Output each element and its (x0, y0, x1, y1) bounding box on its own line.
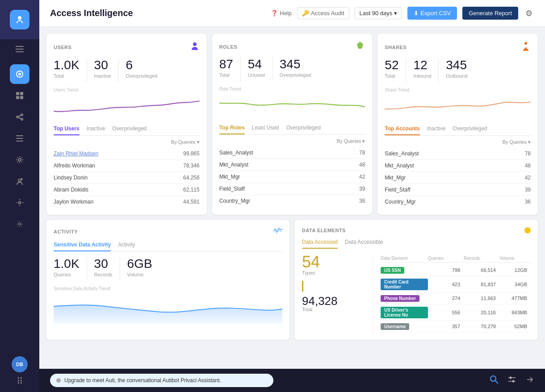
de-queries-1: 423 (428, 282, 464, 287)
activity-icon (273, 227, 282, 236)
generate-report-button[interactable]: Generate Report (462, 7, 518, 20)
svg-rect-2 (16, 49, 24, 50)
tab-overpriv-users[interactable]: Overprivileged (112, 125, 147, 135)
user-avatar[interactable]: DB (12, 356, 28, 372)
list-item: Zain Rhiel Madsen 99,865 (54, 148, 200, 160)
de-total-value: 94,328 (302, 295, 366, 307)
user-val-4: 44,591 (183, 199, 200, 205)
de-tabs: Data Accessed Data Accessible (302, 239, 531, 249)
header: Access Intelligence ❓ Help 🔑 Access Audi… (39, 0, 545, 27)
menu-icon[interactable] (0, 39, 39, 59)
svg-point-31 (510, 377, 511, 379)
svg-point-27 (490, 376, 496, 381)
tab-inactive-shares[interactable]: Inactive (427, 125, 445, 135)
activity-stats: 1.0K Queries 30 Records 6GB Volume (54, 257, 282, 281)
users-inactive-value: 30 (94, 58, 111, 72)
nav-item-settings[interactable] (10, 150, 29, 170)
role-val-3: 39 (359, 186, 365, 192)
roles-total-value: 87 (219, 58, 233, 71)
audit-button[interactable]: 🔑 Access Audit (297, 7, 349, 19)
role-name-4: Country_Mgr (219, 198, 250, 204)
users-by-queries[interactable]: By Queries ▾ (171, 139, 199, 145)
tab-top-users[interactable]: Top Users (54, 125, 80, 135)
tab-overpriv-shares[interactable]: Overprivileged (453, 125, 487, 135)
header-actions: ❓ Help 🔑 Access Audit Last 90 days ▾ ⬇ E… (271, 7, 534, 20)
bottom-icons (490, 375, 534, 386)
help-button[interactable]: ❓ Help (271, 10, 292, 17)
svg-rect-15 (16, 135, 23, 136)
nav-item-home[interactable] (10, 64, 29, 84)
share-val-3: 39 (525, 187, 531, 193)
de-queries-4: 357 (428, 324, 464, 329)
users-card-title: USERS (54, 45, 71, 50)
user-val-1: 78,346 (183, 163, 200, 169)
roles-by-queries[interactable]: By Queries ▾ (337, 138, 365, 144)
list-item: Country_Mgr 36 (385, 196, 531, 208)
tab-inactive-users[interactable]: Inactive (87, 125, 105, 135)
audit-label: Access Audit (311, 10, 344, 17)
list-item: Abram Dokidis 62,115 (54, 184, 200, 196)
de-records-3: 20,116 (464, 310, 499, 315)
tab-data-accessed[interactable]: Data Accessed (302, 239, 338, 249)
tab-overpriv-roles[interactable]: Overprivileged (286, 125, 320, 134)
svg-line-13 (18, 115, 21, 117)
chat-bubble[interactable]: Upgrade to meet Auti, the conversational… (50, 374, 273, 387)
svg-marker-24 (357, 42, 363, 49)
shares-by-queries[interactable]: By Queries ▾ (503, 139, 531, 145)
share-val-0: 78 (525, 150, 531, 157)
de-badge-4: Username (381, 323, 409, 330)
nav-item-security[interactable] (10, 171, 29, 191)
settings-icon[interactable] (507, 375, 516, 386)
tab-top-accounts[interactable]: Top Accounts (385, 125, 420, 135)
role-name-0: Sales_Analyst (219, 150, 253, 156)
svg-rect-6 (16, 92, 19, 95)
de-queries-0: 798 (428, 267, 464, 273)
nav-item-cog[interactable] (10, 214, 29, 234)
de-table-area: Data Element Queries Records Volume US S… (381, 254, 531, 333)
sidebar: DB ⠿ (0, 0, 39, 392)
user-name-0[interactable]: Zain Rhiel Madsen (54, 150, 98, 157)
list-item: Field_Staff 39 (219, 183, 365, 195)
search-icon[interactable] (490, 375, 499, 386)
share-val-4: 36 (525, 199, 531, 205)
nav-item-list[interactable] (10, 129, 29, 148)
filter-icon-button[interactable]: ⚙ (524, 7, 534, 20)
tab-top-roles[interactable]: Top Roles (219, 125, 245, 134)
nav-item-dashboard[interactable] (10, 86, 29, 105)
user-name-2: Lindsey Donin (54, 175, 88, 181)
dots-icon[interactable]: ⠿ (17, 376, 23, 387)
export-label: Export CSV (420, 10, 451, 17)
key-icon: 🔑 (302, 10, 309, 17)
sidebar-bottom: DB ⠿ (12, 351, 28, 392)
de-queries-3: 556 (428, 310, 464, 315)
chat-dot-icon (56, 378, 61, 383)
user-val-3: 62,115 (183, 187, 200, 193)
de-badge-3: US Driver's License No (381, 307, 428, 318)
svg-point-11 (17, 116, 18, 118)
tab-sensitive-data[interactable]: Sensitive Data Activity (54, 242, 111, 251)
list-item: Sales_Analyst 78 (219, 147, 365, 159)
shares-total-value: 52 (385, 58, 398, 72)
shares-total-stat: 52 Total (385, 58, 406, 82)
user-name-4: Jaylon Workman (54, 199, 93, 205)
tab-activity[interactable]: Activity (118, 242, 135, 251)
sidebar-logo (0, 0, 39, 39)
tab-least-used[interactable]: Least Used (252, 125, 279, 134)
export-csv-button[interactable]: ⬇ Export CSV (407, 7, 457, 20)
bottom-bar: Upgrade to meet Auti, the conversational… (39, 369, 545, 392)
role-val-4: 36 (359, 198, 365, 204)
users-tabs-area: Top Users Inactive Overprivileged By Que… (54, 125, 200, 208)
shares-list: Sales_Analyst 78 Mkt_Analyst 48 Mkt_Mgr … (385, 148, 531, 208)
sidebar-nav (10, 59, 29, 351)
de-queries-2: 274 (428, 296, 464, 301)
de-icon (524, 227, 531, 234)
nav-item-share[interactable] (10, 107, 29, 127)
tab-data-accessible[interactable]: Data Accessible (345, 239, 383, 249)
arrow-icon[interactable] (525, 375, 534, 386)
nav-item-gear[interactable] (10, 193, 29, 213)
share-val-1: 48 (525, 163, 531, 169)
de-volume-0: 12GB (499, 267, 531, 273)
svg-rect-9 (20, 96, 23, 99)
period-selector[interactable]: Last 90 days ▾ (355, 7, 402, 19)
svg-point-21 (19, 202, 21, 204)
